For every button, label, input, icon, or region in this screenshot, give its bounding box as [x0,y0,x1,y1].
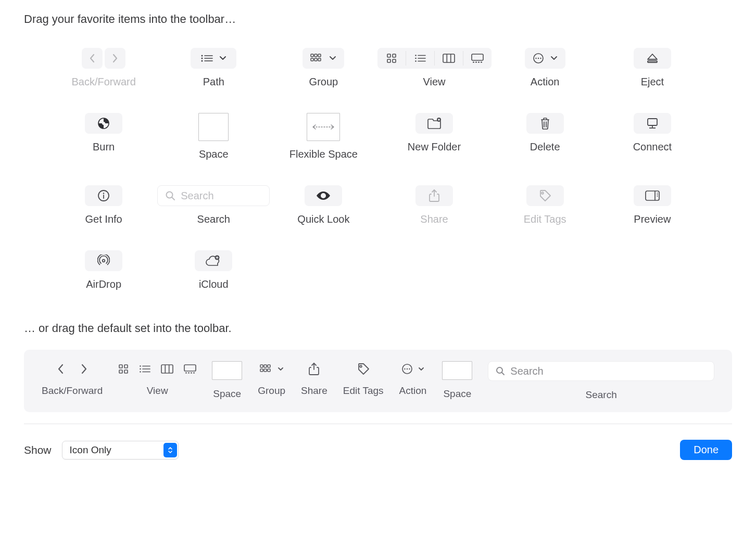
item-action[interactable]: Action [492,48,599,88]
share-button[interactable] [415,185,453,206]
item-new-folder[interactable]: New Folder [377,113,492,160]
item-airdrop[interactable]: AirDrop [50,250,157,290]
flexible-space-box[interactable] [307,113,340,141]
item-label: View [423,76,446,88]
search-placeholder: Search [510,365,543,377]
columns-icon [161,364,173,374]
view-segmented-control[interactable] [377,48,492,69]
item-delete[interactable]: Delete [492,113,599,160]
item-space[interactable]: Space [157,113,270,160]
chevron-down-icon [418,367,424,372]
space-box[interactable] [212,361,242,380]
svg-rect-14 [387,59,390,62]
edit-tags-button[interactable] [526,185,564,206]
svg-rect-27 [475,62,477,63]
item-icloud[interactable]: iCloud [157,250,270,290]
get-info-button[interactable] [85,185,122,206]
heading-drag-favorites: Drag your favorite items into the toolba… [24,12,732,26]
item-path[interactable]: Path [157,48,270,88]
item-quick-look[interactable]: Quick Look [270,185,377,225]
svg-line-94 [502,373,504,375]
search-placeholder: Search [181,190,213,202]
space-box[interactable] [442,361,472,380]
svg-rect-83 [268,365,270,367]
item-flexible-space[interactable]: Flexible Space [270,113,377,160]
default-back-forward[interactable]: Back/Forward [42,361,103,397]
new-folder-button[interactable] [415,113,453,134]
default-edit-tags[interactable]: Edit Tags [343,361,384,397]
chevron-right-icon [81,364,87,374]
svg-rect-12 [387,54,390,57]
item-label: Connect [633,141,672,153]
item-label: Delete [530,141,560,153]
default-toolbar-set[interactable]: Back/Forward View Space Group Share Edit… [24,350,732,412]
default-group[interactable]: Group [258,361,285,397]
grid-icon [118,364,129,374]
back-button[interactable] [82,48,103,69]
item-label: New Folder [408,141,461,153]
item-label: Flexible Space [289,148,358,160]
item-get-info[interactable]: Get Info [50,185,157,225]
delete-button[interactable] [526,113,564,134]
item-share[interactable]: Share [377,185,492,225]
item-burn[interactable]: Burn [50,113,157,160]
connect-button[interactable] [634,113,671,134]
burn-button[interactable] [85,113,122,134]
burn-icon [98,118,109,129]
airdrop-button[interactable] [85,250,122,271]
item-view[interactable]: View [377,48,492,88]
default-view[interactable]: View [118,361,196,397]
item-search[interactable]: Search Search [157,185,270,225]
search-field[interactable]: Search [157,185,270,206]
default-label: Space [213,388,241,400]
default-label: View [147,385,168,397]
svg-point-58 [657,196,658,197]
item-edit-tags[interactable]: Edit Tags [492,185,599,225]
done-button[interactable]: Done [680,440,732,460]
search-field[interactable]: Search [488,361,714,381]
chevron-down-icon [550,56,558,61]
default-share[interactable]: Share [301,361,327,397]
view-gallery-mode[interactable] [463,48,492,69]
default-search[interactable]: Search Search [488,361,714,401]
svg-point-71 [140,371,141,373]
chevron-left-icon [89,54,95,63]
item-group[interactable]: Group [270,48,377,88]
default-space-2[interactable]: Space [442,361,472,400]
share-icon [429,189,439,202]
svg-point-67 [140,365,141,367]
svg-rect-78 [188,373,190,374]
item-eject[interactable]: Eject [599,48,706,88]
tag-icon [539,189,551,202]
view-column-mode[interactable] [435,48,463,69]
chevron-right-icon [112,54,118,63]
item-connect[interactable]: Connect [599,113,706,160]
svg-rect-54 [646,191,659,200]
item-preview[interactable]: Preview [599,185,706,225]
icloud-button[interactable] [195,250,232,271]
preview-button[interactable] [634,185,671,206]
svg-point-90 [404,368,405,369]
path-button[interactable] [191,48,236,69]
item-label: Action [531,76,560,88]
show-mode-select[interactable]: Icon Only [62,441,179,460]
view-icon-mode[interactable] [377,48,406,69]
svg-point-56 [657,193,658,194]
default-action[interactable]: Action [399,361,427,397]
svg-rect-35 [648,61,657,62]
action-button[interactable] [525,48,565,69]
item-back-forward[interactable]: Back/Forward [50,48,157,88]
forward-button[interactable] [105,48,125,69]
default-label: Back/Forward [42,385,103,397]
view-list-mode[interactable] [406,48,434,69]
eye-icon [316,191,331,200]
flex-arrow-icon [311,124,335,130]
group-button[interactable] [303,48,344,69]
quick-look-button[interactable] [305,185,342,206]
eject-button[interactable] [634,48,671,69]
default-label: Group [258,385,285,397]
chevron-down-icon [278,367,284,372]
default-space-1[interactable]: Space [212,361,242,400]
space-box[interactable] [198,113,229,141]
svg-point-88 [360,365,362,367]
